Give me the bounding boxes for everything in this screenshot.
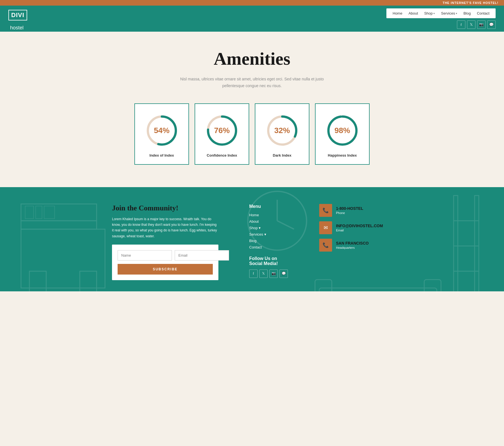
header-whatsapp-icon[interactable]: 💬 xyxy=(487,20,496,29)
svg-rect-22 xyxy=(25,206,34,219)
stat-label-dark: Dark Index xyxy=(273,153,291,157)
hq-icon: 📞 xyxy=(319,239,332,252)
footer-link-blog[interactable]: Blog xyxy=(249,239,288,243)
nav-blog[interactable]: Blog xyxy=(461,10,473,17)
email-input[interactable] xyxy=(175,250,229,261)
stat-card-index: 54% Index of Index xyxy=(134,103,189,165)
header-twitter-icon[interactable]: 𝕏 xyxy=(467,20,475,29)
hq-sub: Headquarters xyxy=(336,246,369,249)
footer-menu-item-contact[interactable]: Contact xyxy=(249,245,288,249)
stat-card-confidence: 76% Confidence Index xyxy=(195,103,249,165)
stat-card-dark: 32% Dark Index xyxy=(255,103,309,165)
footer-link-shop[interactable]: Shop ▾ xyxy=(249,226,288,230)
main-content: Amenities Nisl massa, ultrices vitae orn… xyxy=(0,32,504,187)
services-dropdown-icon: ▾ xyxy=(264,232,266,236)
top-bar-text: THE INTERNET'S FAVE HOSTEL! xyxy=(443,1,498,4)
contact-email: ✉ INFO@DIVIHOSTEL.COM Email xyxy=(319,221,392,234)
footer-menu-item-blog[interactable]: Blog xyxy=(249,239,288,243)
footer-social-icons: f 𝕏 📷 💬 xyxy=(249,270,288,278)
contact-phone-info: 1-800-HOSTEL Phone xyxy=(336,206,363,215)
svg-rect-14 xyxy=(454,196,458,292)
svg-rect-24 xyxy=(44,206,55,219)
top-bar: THE INTERNET'S FAVE HOSTEL! xyxy=(0,0,504,6)
footer-content: Join the Community! Lorem Khaled Ipsum i… xyxy=(112,204,392,280)
svg-rect-23 xyxy=(36,206,42,219)
footer-link-home[interactable]: Home xyxy=(249,213,288,217)
phone-sub: Phone xyxy=(336,211,363,215)
site-footer: Join the Community! Lorem Khaled Ipsum i… xyxy=(0,187,504,292)
contact-hq-info: SAN FRANCISCO Headquarters xyxy=(336,241,369,249)
shop-dropdown-icon: ▾ xyxy=(259,226,261,230)
phone-label: 1-800-HOSTEL xyxy=(336,206,363,211)
svg-rect-26 xyxy=(315,280,332,292)
svg-rect-12 xyxy=(29,271,46,292)
header-social-icons: f 𝕏 📷 💬 xyxy=(457,20,496,29)
stat-label-index: Index of Index xyxy=(150,153,174,157)
svg-rect-27 xyxy=(424,280,441,292)
hq-label: SAN FRANCISCO xyxy=(336,241,369,245)
footer-link-about[interactable]: About xyxy=(249,219,288,224)
footer-contact-col: 📞 1-800-HOSTEL Phone ✉ INFO@DIVIHOSTEL.C… xyxy=(319,204,392,280)
footer-menu-item-home[interactable]: Home xyxy=(249,213,288,217)
footer-social-title: Follow Us on Social Media! xyxy=(249,256,288,266)
footer-menu-links: Home About Shop ▾ Services ▾ Blog Contac… xyxy=(249,213,288,249)
contact-email-info: INFO@DIVIHOSTEL.COM Email xyxy=(336,224,383,232)
svg-rect-20 xyxy=(21,221,97,229)
page-title: Amenities xyxy=(6,48,498,69)
footer-twitter-icon[interactable]: 𝕏 xyxy=(259,270,268,278)
footer-menu-item-about[interactable]: About xyxy=(249,219,288,224)
community-title: Join the Community! xyxy=(112,204,218,212)
footer-menu-item-services[interactable]: Services ▾ xyxy=(249,232,288,236)
shop-chevron: ▾ xyxy=(433,12,435,15)
circle-54: 54% xyxy=(144,112,180,149)
stat-value-76: 76% xyxy=(214,126,230,135)
svg-rect-11 xyxy=(21,229,105,288)
svg-rect-28 xyxy=(319,288,437,292)
nav-about[interactable]: About xyxy=(406,10,421,17)
site-header: DIVI hostel Home About Shop ▾ Services ▾… xyxy=(0,6,504,32)
footer-menu-item-shop[interactable]: Shop ▾ xyxy=(249,226,288,230)
page-subtitle: Nisl massa, ultrices vitae ornare sit am… xyxy=(174,76,330,89)
nav-home[interactable]: Home xyxy=(390,10,405,17)
stat-value-32: 32% xyxy=(274,126,290,135)
header-instagram-icon[interactable]: 📷 xyxy=(477,20,486,29)
logo[interactable]: DIVI hostel xyxy=(8,10,27,27)
footer-link-services[interactable]: Services ▾ xyxy=(249,232,288,236)
nav-container: Home About Shop ▾ Services ▾ Blog Contac… xyxy=(386,8,496,29)
svg-rect-13 xyxy=(80,271,97,292)
nav-contact[interactable]: Contact xyxy=(474,10,492,17)
stat-card-happiness: 98% Happiness Index xyxy=(315,103,370,165)
footer-menu-title: Menu xyxy=(249,204,288,209)
svg-rect-21 xyxy=(21,204,97,221)
community-text: Lorem Khaled Ipsum is a major key to suc… xyxy=(112,216,218,239)
nav-shop[interactable]: Shop ▾ xyxy=(421,10,438,17)
nav-services[interactable]: Services ▾ xyxy=(438,10,460,17)
subscribe-button[interactable]: SUBSCRIBE xyxy=(118,264,213,275)
services-chevron: ▾ xyxy=(456,12,457,15)
stat-value-98: 98% xyxy=(334,126,350,135)
main-nav: Home About Shop ▾ Services ▾ Blog Contac… xyxy=(386,8,496,18)
circle-98: 98% xyxy=(324,112,361,149)
footer-facebook-icon[interactable]: f xyxy=(249,270,258,278)
header-facebook-icon[interactable]: f xyxy=(457,20,465,29)
svg-rect-15 xyxy=(475,196,479,292)
email-icon: ✉ xyxy=(319,221,332,234)
subscribe-form: SUBSCRIBE xyxy=(112,245,218,280)
phone-icon: 📞 xyxy=(319,204,332,217)
contact-hq: 📞 SAN FRANCISCO Headquarters xyxy=(319,239,392,252)
logo-hostel: hostel xyxy=(10,25,27,31)
footer-instagram-icon[interactable]: 📷 xyxy=(269,270,278,278)
name-input[interactable] xyxy=(118,250,172,261)
logo-divi: DIVI xyxy=(8,10,27,20)
stat-label-confidence: Confidence Index xyxy=(207,153,237,157)
footer-menu-col: Menu Home About Shop ▾ Services ▾ Blog C… xyxy=(249,204,288,280)
circle-32: 32% xyxy=(264,112,300,149)
email-sub: Email xyxy=(336,229,383,232)
footer-community-col: Join the Community! Lorem Khaled Ipsum i… xyxy=(112,204,218,280)
footer-link-contact[interactable]: Contact xyxy=(249,245,288,249)
stat-value-54: 54% xyxy=(154,126,169,135)
subscribe-inputs xyxy=(118,250,213,261)
stat-label-happiness: Happiness Index xyxy=(328,153,357,157)
stats-grid: 54% Index of Index 76% Confidence Index xyxy=(126,103,378,165)
footer-whatsapp-icon[interactable]: 💬 xyxy=(279,270,288,278)
